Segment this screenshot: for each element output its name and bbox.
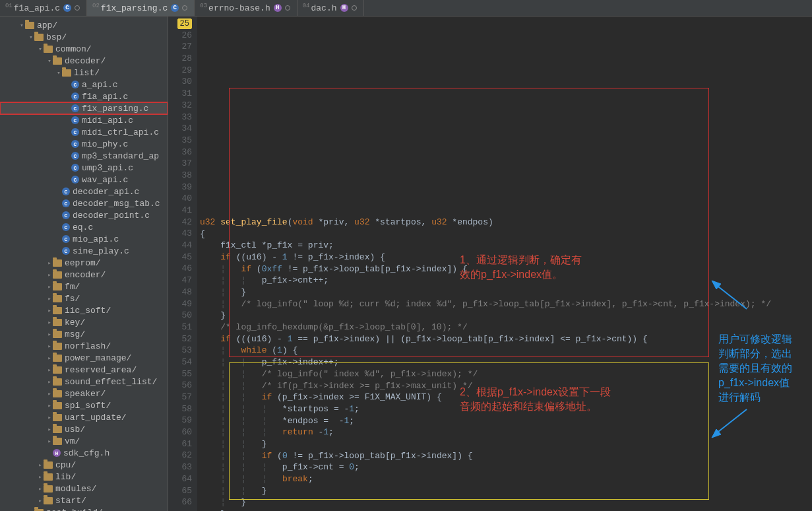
file-tree[interactable]: ▾app/▾bsp/▾common/▾decoder/▾list/Ca_api.…	[0, 17, 168, 511]
file-sdk_cfg-h[interactable]: Hsdk_cfg.h	[0, 447, 168, 459]
code-line[interactable]: f1x_ctl *p_f1x = priv;	[200, 240, 812, 252]
expand-arrow-icon[interactable]: ▸	[46, 259, 53, 267]
file-mio_api-c[interactable]: Cmio_api.c	[0, 233, 168, 245]
expand-arrow-icon[interactable]: ▸	[46, 414, 53, 421]
file-decoder_msg_tab-c[interactable]: Cdecoder_msg_tab.c	[0, 197, 168, 209]
expand-arrow-icon[interactable]: ▸	[46, 378, 53, 386]
folder-msg-[interactable]: ▸msg/	[0, 328, 168, 340]
file-ump3_api-c[interactable]: Cump3_api.c	[0, 162, 168, 174]
file-f1a_api-c[interactable]: Cf1a_api.c	[0, 90, 168, 102]
tree-item-label: sound_effect_list/	[65, 377, 157, 387]
folder-eeprom-[interactable]: ▸eeprom/	[0, 257, 168, 269]
file-midi_ctrl_api-c[interactable]: Cmidi_ctrl_api.c	[0, 126, 168, 138]
expand-arrow-icon[interactable]: ▸	[46, 426, 53, 433]
expand-arrow-icon[interactable]: ▸	[28, 509, 34, 512]
folder-icon	[53, 378, 62, 386]
file-wav_api-c[interactable]: Cwav_api.c	[0, 174, 168, 186]
code-line[interactable]: ¦ ¦ }	[200, 438, 812, 450]
code-line[interactable]: ¦ ¦ }	[200, 485, 812, 497]
folder-icon	[34, 509, 44, 512]
expand-arrow-icon[interactable]: ▾	[55, 69, 62, 77]
folder-usb-[interactable]: ▸usb/	[0, 423, 168, 435]
expand-arrow-icon[interactable]: ▾	[46, 57, 53, 65]
line-number: 45	[168, 252, 192, 263]
expand-arrow-icon[interactable]: ▸	[46, 271, 53, 279]
line-number: 65	[168, 485, 192, 497]
folder-common-[interactable]: ▾common/	[0, 43, 168, 55]
expand-arrow-icon[interactable]: ▸	[46, 331, 53, 338]
code-line[interactable]: {	[200, 228, 812, 240]
tab-f1x_parsing-c[interactable]: 02f1x_parsing.cC	[87, 0, 195, 16]
folder-list-[interactable]: ▾list/	[0, 67, 168, 79]
code-line[interactable]: ¦ ¦ ¦ break;	[200, 473, 812, 485]
tree-item-label: bsp/	[46, 32, 67, 42]
folder-modules-[interactable]: ▸modules/	[0, 483, 168, 494]
folder-app-[interactable]: ▾app/	[0, 19, 168, 31]
file-a_api-c[interactable]: Ca_api.c	[0, 79, 168, 90]
file-mp3_standard_ap[interactable]: Cmp3_standard_ap	[0, 150, 168, 162]
expand-arrow-icon[interactable]: ▸	[46, 438, 53, 445]
folder-fs-[interactable]: ▸fs/	[0, 292, 168, 304]
tab-f1a_api-c[interactable]: 01f1a_api.cC	[0, 0, 87, 16]
folder-iic_soft-[interactable]: ▸iic_soft/	[0, 304, 168, 316]
expand-arrow-icon[interactable]: ▸	[46, 307, 53, 314]
expand-arrow-icon[interactable]: ▸	[37, 461, 44, 469]
code-line[interactable]: }	[200, 508, 812, 511]
expand-arrow-icon[interactable]: ▾	[28, 34, 34, 41]
file-midi_api-c[interactable]: Cmidi_api.c	[0, 114, 168, 126]
code-line[interactable]: ¦ }	[200, 496, 812, 508]
file-icon: C	[62, 247, 70, 255]
folder-uart_update-[interactable]: ▸uart_update/	[0, 411, 168, 423]
expand-arrow-icon[interactable]: ▸	[46, 295, 53, 302]
folder-post_build-[interactable]: ▸post_build/	[0, 506, 168, 511]
expand-arrow-icon[interactable]: ▾	[18, 22, 25, 29]
folder-power_manage-[interactable]: ▸power_manage/	[0, 352, 168, 364]
code-editor[interactable]: 2526272829303132333435363738394041424344…	[168, 17, 812, 511]
code-line[interactable]: ¦ ¦ if (0 != p_f1x->loop_tab[p_f1x->inde…	[200, 450, 812, 462]
code-line[interactable]	[200, 182, 812, 193]
folder-norflash-[interactable]: ▸norflash/	[0, 340, 168, 352]
folder-cpu-[interactable]: ▸cpu/	[0, 459, 168, 471]
file-decoder_point-c[interactable]: Cdecoder_point.c	[0, 209, 168, 221]
expand-arrow-icon[interactable]: ▸	[46, 390, 53, 397]
expand-arrow-icon[interactable]: ▸	[46, 355, 53, 362]
folder-encoder-[interactable]: ▸encoder/	[0, 269, 168, 281]
expand-arrow-icon[interactable]: ▸	[46, 283, 53, 290]
file-eq-c[interactable]: Ceq.c	[0, 221, 168, 233]
expand-arrow-icon[interactable]: ▸	[37, 473, 44, 481]
folder-key-[interactable]: ▸key/	[0, 316, 168, 328]
code-area[interactable]: 1、通过逻辑判断，确定有 效的p_f1x->index值。 2、根据p_f1x-…	[197, 17, 812, 511]
folder-start-[interactable]: ▸start/	[0, 494, 168, 506]
expand-arrow-icon[interactable]: ▸	[46, 402, 53, 409]
expand-arrow-icon[interactable]: ▸	[46, 366, 53, 374]
folder-speaker-[interactable]: ▸speaker/	[0, 388, 168, 399]
code-line[interactable]: u32 set_play_file(void *priv, u32 *start…	[200, 217, 812, 228]
folder-sound_effect_list-[interactable]: ▸sound_effect_list/	[0, 376, 168, 388]
code-line[interactable]: ¦ ¦ ¦ p_f1x->cnt = 0;	[200, 461, 812, 473]
line-number: 32	[168, 100, 192, 112]
folder-spi_soft-[interactable]: ▸spi_soft/	[0, 399, 168, 411]
folder-reserved_area-[interactable]: ▸reserved_area/	[0, 364, 168, 376]
expand-arrow-icon[interactable]: ▾	[37, 46, 44, 53]
expand-arrow-icon[interactable]: ▸	[46, 319, 53, 326]
line-number: 39	[168, 182, 192, 193]
tab-errno-base-h[interactable]: 03errno-base.hH	[195, 0, 297, 16]
expand-arrow-icon[interactable]: ▸	[46, 343, 53, 350]
tree-item-label: post_build/	[46, 508, 103, 512]
folder-decoder-[interactable]: ▾decoder/	[0, 55, 168, 67]
code-line[interactable]	[200, 193, 812, 205]
file-f1x_parsing-c[interactable]: Cf1x_parsing.c	[0, 102, 168, 114]
file-sine_play-c[interactable]: Csine_play.c	[0, 245, 168, 257]
folder-vm-[interactable]: ▸vm/	[0, 435, 168, 447]
code-line[interactable]	[200, 205, 812, 217]
expand-arrow-icon[interactable]: ▸	[37, 485, 44, 493]
line-number: 61	[168, 438, 192, 450]
expand-arrow-icon[interactable]: ▸	[37, 497, 44, 504]
file-mio_phy-c[interactable]: Cmio_phy.c	[0, 138, 168, 150]
folder-bsp-[interactable]: ▾bsp/	[0, 31, 168, 43]
file-decoder_api-c[interactable]: Cdecoder_api.c	[0, 186, 168, 197]
tab-dac-h[interactable]: 04dac.hH	[297, 0, 364, 16]
folder-fm-[interactable]: ▸fm/	[0, 281, 168, 292]
line-number: 50	[168, 310, 192, 322]
folder-lib-[interactable]: ▸lib/	[0, 471, 168, 483]
